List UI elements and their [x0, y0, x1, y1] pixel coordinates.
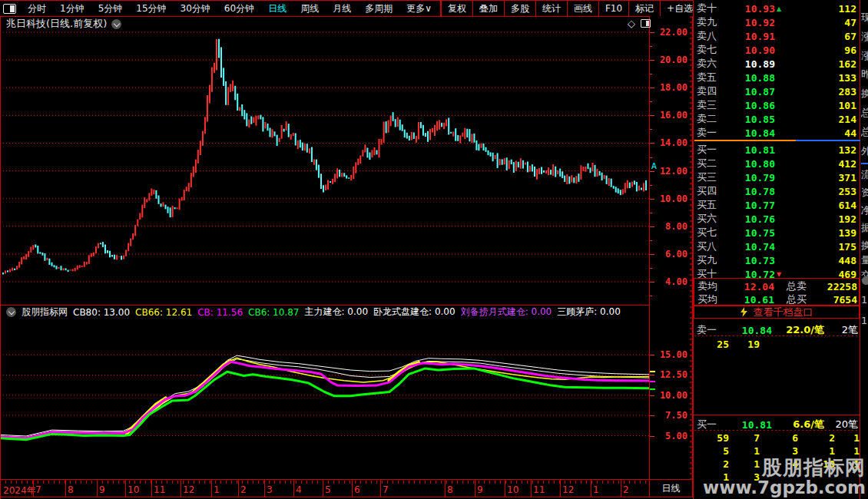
buy-row-3[interactable]: 买三10.79371 — [697, 170, 856, 184]
sell-row-6[interactable]: 卖五10.88133 — [697, 71, 856, 84]
sell-row-4[interactable]: 卖七10.9096 — [697, 43, 856, 57]
menu-cell-复权[interactable]: 复权 — [441, 1, 472, 16]
chevron-down-icon[interactable] — [111, 19, 121, 29]
detail-number: 2 — [798, 432, 835, 444]
average-row-1: 卖均12.04总卖22258 — [697, 279, 857, 292]
menu-item-5分钟[interactable]: 5分钟 — [91, 2, 130, 16]
level-label: 卖九 — [697, 15, 726, 29]
period-label-cell[interactable]: 日线 — [649, 479, 693, 497]
collapse-icon[interactable] — [6, 307, 16, 317]
menu-cell-叠加[interactable]: 叠加 — [472, 1, 504, 16]
sell-row-10[interactable]: 卖一10.8444 — [697, 126, 856, 140]
menu-item-日线[interactable]: 日线 — [261, 2, 293, 16]
detail-number: 59 — [697, 432, 729, 444]
xcell-separator — [475, 480, 475, 497]
level-label: 卖四 — [697, 84, 726, 98]
level-price: 10.85 — [726, 114, 775, 125]
clipped-char: 昨 — [861, 68, 868, 81]
level-label: 买三 — [697, 170, 726, 184]
buy-row-8[interactable]: 买八10.74175 — [697, 240, 856, 253]
menu-cell-统计[interactable]: 统计 — [535, 1, 567, 16]
sell-row-7[interactable]: 卖四10.87283 — [697, 84, 856, 98]
sell-detail-sub-row: 2519 — [697, 339, 860, 351]
sell-row-5[interactable]: 卖六10.89162 — [697, 57, 856, 71]
xtick-11: 11 — [533, 484, 545, 495]
dotted-separator — [694, 430, 859, 431]
buy-row-2[interactable]: 买二10.80412 — [697, 157, 856, 170]
sell-one-detail-row[interactable]: 卖一10.8422.0/笔2笔 — [697, 323, 858, 335]
up-arrow-icon: ▲ — [775, 5, 784, 12]
diamond-icon[interactable]: ◇ — [628, 18, 635, 28]
menu-cell-画线[interactable]: 画线 — [567, 1, 598, 16]
level-qty: 44 — [784, 127, 856, 139]
menu-cell-多股[interactable]: 多股 — [504, 1, 535, 16]
indicator-chart[interactable] — [0, 319, 649, 478]
level-price: 10.75 — [726, 227, 775, 239]
menu-item-30分钟[interactable]: 30分钟 — [174, 2, 217, 16]
depth-quote-button[interactable]: 查看千档盘口 — [694, 306, 860, 319]
ytick-mark — [650, 375, 654, 375]
level-qty: 192 — [784, 213, 856, 225]
ytick-minor — [650, 46, 652, 47]
tools-menu: 复权叠加多股统计画线F10标记+自选返回 — [441, 1, 731, 16]
chart-title-row: 兆日科技(日线.前复权) — [6, 18, 121, 30]
detail-number: 1 — [835, 445, 860, 458]
total-label: 总买 — [774, 292, 807, 306]
level-price: 10.93 — [726, 3, 775, 15]
ytick-mark — [650, 32, 654, 33]
ytick-mark — [650, 226, 654, 227]
indicator-value-CB66: CB66: 12.61 — [135, 307, 192, 318]
xcell-separator — [323, 480, 323, 497]
menu-cell-标记[interactable]: 标记 — [628, 1, 660, 16]
menu-item-15分钟[interactable]: 15分钟 — [129, 2, 173, 16]
xtick-2: 2 — [240, 484, 247, 495]
clipped-char: 1 — [861, 294, 867, 306]
indicator-value-卧龙式盘建仓: 卧龙式盘建仓: 0.00 — [373, 306, 456, 319]
buy-row-6[interactable]: 买六10.76192 — [697, 212, 856, 226]
xcell-separator — [352, 480, 353, 497]
sell-row-8[interactable]: 卖三10.86101 — [697, 98, 856, 112]
menu-item-更多∨[interactable]: 更多∨ — [399, 2, 439, 16]
menu-item-分时[interactable]: 分时 — [21, 2, 53, 16]
buy-row-9[interactable]: 买九10.73448 — [697, 253, 856, 267]
menu-item-多周期[interactable]: 多周期 — [358, 2, 399, 16]
menu-item-1分钟[interactable]: 1分钟 — [53, 2, 91, 16]
level-qty: 133 — [784, 72, 856, 84]
buy-one-detail-row[interactable]: 买一10.816.6/笔20笔 — [697, 418, 858, 430]
sell-row-3[interactable]: 卖八10.9167 — [697, 29, 856, 43]
xcell-separator — [211, 480, 212, 497]
xtick-3: 3 — [267, 484, 273, 495]
buy-row-5[interactable]: 买五10.77614 — [697, 198, 856, 212]
level-price: 10.81 — [726, 144, 775, 156]
level-qty: 112 — [784, 3, 856, 15]
sell-row-1[interactable]: 卖十10.93▲112 — [697, 2, 856, 15]
menu-item-60分钟[interactable]: 60分钟 — [217, 2, 261, 16]
ytick-minor — [650, 74, 652, 74]
menu-cell-F10[interactable]: F10 — [598, 1, 628, 16]
trade-count-row-2: 51311 — [697, 445, 860, 458]
clipped-char: 涨 — [861, 30, 868, 44]
indicator-value-CB: CB: 11.56 — [197, 307, 243, 318]
main-ytick: 8.00 — [665, 221, 687, 232]
main-candlestick-chart[interactable] — [0, 16, 649, 306]
split-window-icon[interactable] — [641, 19, 651, 28]
xtick-7: 7 — [35, 484, 41, 495]
sell-row-9[interactable]: 卖二10.85214 — [697, 112, 856, 126]
strip-divider — [861, 163, 868, 164]
buy-row-1[interactable]: 买一10.81132 — [697, 143, 856, 157]
menu-item-周线[interactable]: 周线 — [293, 2, 326, 16]
buy-row-7[interactable]: 买七10.75139 — [697, 226, 856, 240]
menu-item-月线[interactable]: 月线 — [326, 2, 358, 16]
level-qty: 175 — [784, 241, 856, 253]
period-menu: 分时1分钟5分钟15分钟30分钟60分钟日线周线月线多周期更多∨ — [0, 1, 441, 16]
main-ytick: 14.00 — [660, 137, 687, 148]
xtick-1: 1 — [214, 484, 220, 495]
panel-toggle-icon[interactable] — [3, 4, 16, 14]
sell-row-2[interactable]: 卖九10.9247 — [697, 15, 856, 29]
clipped-char: 量 — [861, 253, 868, 267]
ytick-mark — [650, 171, 654, 172]
xtick-12: 12 — [183, 484, 194, 495]
main-ytick: 12.00 — [660, 166, 687, 177]
buy-row-4[interactable]: 买四10.78253 — [697, 184, 856, 198]
xcell-separator — [33, 480, 34, 497]
